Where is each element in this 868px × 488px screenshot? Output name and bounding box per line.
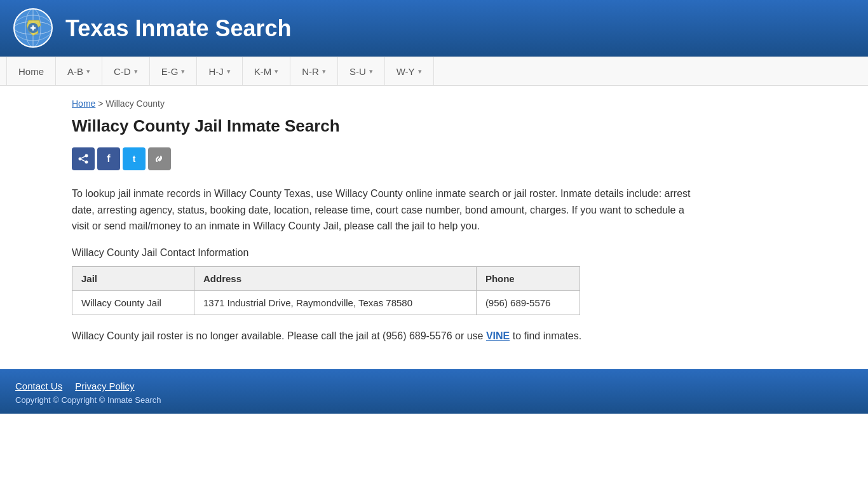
main-content: Home > Willacy County Willacy County Jai… [59,86,809,369]
svg-line-12 [81,159,85,161]
contact-info-heading: Willacy County Jail Contact Information [72,247,796,259]
nav-wy-arrow: ▾ [418,67,422,76]
nav-km-arrow: ▾ [275,67,278,76]
nav-ab-label: A-B [67,66,83,77]
twitter-icon: t [133,154,136,164]
breadcrumb-separator: > [98,98,105,109]
table-cell-jail-name: Willacy County Jail [72,290,194,315]
nav-km[interactable]: K-M ▾ [243,57,291,85]
table-header-address: Address [194,266,476,290]
nav-hj-arrow: ▾ [227,67,231,76]
copyright-name: Copyright © Inmate Search [61,395,161,405]
nav-hj-label: H-J [208,66,223,77]
nav-home[interactable]: Home [6,57,56,85]
nav-ab[interactable]: A-B ▾ [56,57,102,85]
nav-nr-arrow: ▾ [322,67,326,76]
site-header: Texas Inmate Search [0,0,868,57]
jail-info-table: Jail Address Phone Willacy County Jail 1… [72,266,580,315]
svg-point-10 [85,161,88,164]
nav-su-arrow: ▾ [369,67,373,76]
page-title: Willacy County Jail Inmate Search [72,116,796,136]
vine-link[interactable]: VINE [486,330,510,341]
table-cell-address: 1371 Industrial Drive, Raymondville, Tex… [194,290,476,315]
main-nav: Home A-B ▾ C-D ▾ E-G ▾ H-J ▾ K-M ▾ N-R ▾… [0,57,868,86]
site-logo [13,8,54,49]
nav-nr-label: N-R [302,66,319,77]
table-row: Willacy County Jail 1371 Industrial Driv… [72,290,580,315]
contact-us-link[interactable]: Contact Us [15,381,62,391]
svg-point-8 [85,154,88,158]
nav-hj[interactable]: H-J ▾ [197,57,242,85]
breadcrumb: Home > Willacy County [72,98,796,109]
roster-note-text: Willacy County jail roster is no longer … [72,330,486,341]
table-header-jail: Jail [72,266,194,290]
nav-cd[interactable]: C-D ▾ [102,57,150,85]
nav-su[interactable]: S-U ▾ [338,57,385,85]
nav-home-label: Home [18,66,44,77]
nav-su-label: S-U [349,66,366,77]
share-button[interactable] [72,147,95,170]
breadcrumb-home-link[interactable]: Home [72,98,95,109]
roster-note: Willacy County jail roster is no longer … [72,328,796,344]
page-description: To lookup jail inmate records in Willacy… [72,186,695,234]
nav-ab-arrow: ▾ [86,67,90,76]
share-icon [78,153,89,165]
footer-copyright: Copyright © Copyright © Inmate Search [15,395,853,405]
nav-km-label: K-M [254,66,272,77]
social-share-bar: f t [72,147,796,170]
svg-point-9 [79,158,82,161]
nav-cd-label: C-D [114,66,131,77]
facebook-button[interactable]: f [97,147,120,170]
svg-line-11 [81,156,85,158]
nav-eg[interactable]: E-G ▾ [150,57,198,85]
twitter-button[interactable]: t [123,147,146,170]
roster-note-suffix: to find inmates. [510,330,581,341]
site-title: Texas Inmate Search [65,15,292,42]
footer-links: Contact Us Privacy Policy [15,381,853,391]
nav-cd-arrow: ▾ [134,67,138,76]
nav-wy[interactable]: W-Y ▾ [385,57,434,85]
table-cell-phone: (956) 689-5576 [476,290,580,315]
copyright-text: Copyright © [15,395,61,405]
nav-eg-label: E-G [161,66,179,77]
nav-wy-label: W-Y [397,66,415,77]
table-header-phone: Phone [476,266,580,290]
nav-eg-arrow: ▾ [181,67,185,76]
breadcrumb-current: Willacy County [105,98,165,109]
copy-link-button[interactable] [148,147,171,170]
link-icon [154,153,165,165]
privacy-policy-link[interactable]: Privacy Policy [75,381,134,391]
nav-nr[interactable]: N-R ▾ [290,57,338,85]
site-footer: Contact Us Privacy Policy Copyright © Co… [0,369,868,414]
facebook-icon: f [107,153,110,165]
